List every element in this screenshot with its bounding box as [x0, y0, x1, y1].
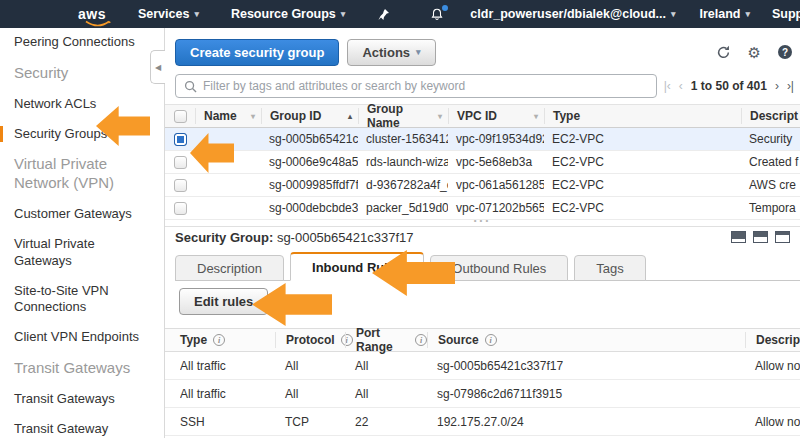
- tab-tags[interactable]: Tags: [574, 255, 645, 281]
- rule-row: All traffic All All sg-0005b65421c337f17…: [165, 352, 800, 380]
- chevron-down-icon: ▾: [341, 9, 346, 19]
- sidebar-item-transit-gateways[interactable]: Transit Gateways: [14, 391, 146, 408]
- actions-button[interactable]: Actions ▾: [347, 39, 435, 66]
- row-checkbox[interactable]: [174, 179, 187, 192]
- layout-full-pane-icon[interactable]: [731, 231, 746, 243]
- row-checkbox[interactable]: [174, 156, 187, 169]
- column-header-group-id[interactable]: Group ID▴: [261, 108, 358, 124]
- pagination: |‹ ‹ 1 to 50 of 401 › ›|: [664, 79, 794, 93]
- column-header-vpc-id[interactable]: VPC ID▾: [448, 108, 544, 124]
- aws-logo[interactable]: aws: [78, 7, 106, 22]
- layout-bottom-pane-icon[interactable]: [775, 231, 790, 243]
- column-header-description[interactable]: Descript: [741, 108, 800, 124]
- sidebar-collapse-button[interactable]: ◀: [150, 50, 165, 84]
- create-security-group-button[interactable]: Create security group: [175, 39, 339, 66]
- rule-row: SSH TCP 22 192.175.27.0/24 Allow node: [165, 408, 800, 436]
- nav-services-menu[interactable]: Services ▾: [138, 7, 199, 21]
- nav-resource-groups-label: Resource Groups: [231, 7, 336, 21]
- sidebar-heading-vpn: Virtual Private Network (VPN): [14, 155, 146, 193]
- sidebar: Peering Connections Security Network ACL…: [0, 28, 165, 438]
- aws-smile-icon: [85, 20, 111, 28]
- nav-region-label: Ireland: [699, 7, 740, 21]
- sidebar-item-customer-gateways[interactable]: Customer Gateways: [14, 206, 146, 223]
- refresh-icon[interactable]: [716, 45, 731, 60]
- edit-rules-button[interactable]: Edit rules: [179, 288, 268, 315]
- last-page-button[interactable]: ›|: [787, 79, 794, 93]
- filter-input[interactable]: [203, 79, 648, 93]
- toolbar: Create security group Actions ▾ ⚙ ?: [175, 38, 792, 66]
- sidebar-item-security-groups[interactable]: Security Groups: [0, 126, 146, 143]
- sidebar-item-peering-connections[interactable]: Peering Connections: [14, 34, 146, 51]
- selected-security-group-title: Security Group: sg-0005b65421c337f17: [175, 230, 414, 245]
- tab-outbound-rules[interactable]: Outbound Rules: [430, 255, 568, 281]
- pagination-range: 1 to 50 of 401: [691, 79, 767, 93]
- table-header-row: Name▾ Group ID▴ Group Name▾ VPC ID▾ Type…: [165, 104, 800, 128]
- nav-region-menu[interactable]: Ireland ▾: [699, 7, 750, 21]
- first-page-button[interactable]: |‹: [664, 79, 671, 93]
- select-all-checkbox[interactable]: [174, 110, 187, 123]
- security-groups-table: Name▾ Group ID▴ Group Name▾ VPC ID▾ Type…: [165, 104, 800, 220]
- sort-ascending-icon: ▴: [348, 112, 352, 121]
- nav-resource-groups-menu[interactable]: Resource Groups ▾: [231, 7, 345, 21]
- actions-label: Actions: [362, 45, 410, 60]
- sort-icon: ▾: [251, 112, 255, 121]
- sort-icon: ▾: [534, 112, 538, 121]
- chevron-down-icon: ▾: [416, 47, 421, 57]
- table-row[interactable]: sg-0005b65421c3... cluster-156341227... …: [165, 128, 800, 151]
- chevron-left-icon: ◀: [155, 63, 161, 72]
- pin-icon[interactable]: [377, 8, 390, 21]
- detail-tabs: Description Inbound Rules Outbound Rules…: [175, 252, 800, 281]
- previous-page-button[interactable]: ‹: [679, 79, 683, 93]
- column-header-type[interactable]: Type: [544, 108, 741, 124]
- notifications-bell-icon[interactable]: [430, 7, 444, 22]
- info-icon[interactable]: i: [415, 334, 427, 346]
- tab-inbound-rules[interactable]: Inbound Rules: [290, 252, 424, 281]
- layout-split-pane-icon[interactable]: [753, 231, 768, 243]
- sidebar-item-site-to-site-vpn-connections[interactable]: Site-to-Site VPN Connections: [14, 283, 146, 317]
- security-group-id-value: sg-0005b65421c337f17: [277, 230, 414, 245]
- rule-row: All traffic All All sg-07986c2d6711f3915: [165, 380, 800, 408]
- chevron-down-icon: ▾: [671, 9, 676, 19]
- info-icon[interactable]: i: [213, 334, 225, 346]
- nav-support-label: Support: [772, 7, 800, 21]
- help-icon[interactable]: ?: [778, 45, 792, 59]
- tab-description[interactable]: Description: [175, 255, 284, 281]
- sidebar-item-virtual-private-gateways[interactable]: Virtual Private Gateways: [14, 236, 146, 270]
- notification-dot: [442, 5, 448, 11]
- table-row[interactable]: sg-0009985ffdf7f5... d-9367282a4f_co... …: [165, 174, 800, 197]
- table-row[interactable]: sg-0006e9c48a5e... rds-launch-wizard-...…: [165, 151, 800, 174]
- security-group-label: Security Group:: [175, 230, 273, 245]
- sidebar-item-transit-gateway-attachments[interactable]: Transit Gateway Attachments: [14, 421, 146, 438]
- nav-account-label: cldr_poweruser/dbialek@cloud...: [470, 7, 666, 21]
- nav-services-label: Services: [138, 7, 189, 21]
- row-checkbox-checked[interactable]: [174, 133, 187, 146]
- drag-handle-icon: •••: [474, 216, 491, 225]
- chevron-down-icon: ▾: [745, 9, 750, 19]
- sidebar-item-client-vpn-endpoints[interactable]: Client VPN Endpoints: [14, 329, 146, 346]
- rules-header-row: Typei Protocoli Port Rangei Sourcei Desc…: [165, 328, 800, 352]
- info-icon[interactable]: i: [485, 334, 497, 346]
- filter-row: |‹ ‹ 1 to 50 of 401 › ›|: [175, 74, 794, 98]
- inbound-rules-table: Typei Protocoli Port Rangei Sourcei Desc…: [165, 328, 800, 436]
- filter-box[interactable]: [175, 74, 657, 98]
- settings-gear-icon[interactable]: ⚙: [748, 45, 761, 60]
- search-icon: [184, 80, 197, 93]
- sidebar-heading-security: Security: [14, 64, 146, 83]
- nav-support-menu[interactable]: Support ▾: [772, 7, 800, 21]
- top-navigation-bar: aws Services ▾ Resource Groups ▾ cldr_po…: [0, 0, 800, 28]
- column-header-group-name[interactable]: Group Name▾: [358, 108, 448, 124]
- split-pane-divider[interactable]: •••: [165, 218, 800, 227]
- sidebar-item-network-acls[interactable]: Network ACLs: [14, 96, 146, 113]
- row-checkbox[interactable]: [174, 202, 187, 215]
- detail-header: Security Group: sg-0005b65421c337f17: [175, 228, 790, 246]
- sidebar-heading-transit-gateways: Transit Gateways: [14, 359, 146, 378]
- next-page-button[interactable]: ›: [775, 79, 779, 93]
- main-content: Create security group Actions ▾ ⚙ ? |‹ ‹…: [165, 28, 800, 438]
- sort-icon: ▾: [438, 112, 442, 121]
- nav-account-menu[interactable]: cldr_poweruser/dbialek@cloud... ▾: [470, 7, 675, 21]
- column-header-name[interactable]: Name▾: [195, 108, 261, 124]
- chevron-down-icon: ▾: [194, 9, 199, 19]
